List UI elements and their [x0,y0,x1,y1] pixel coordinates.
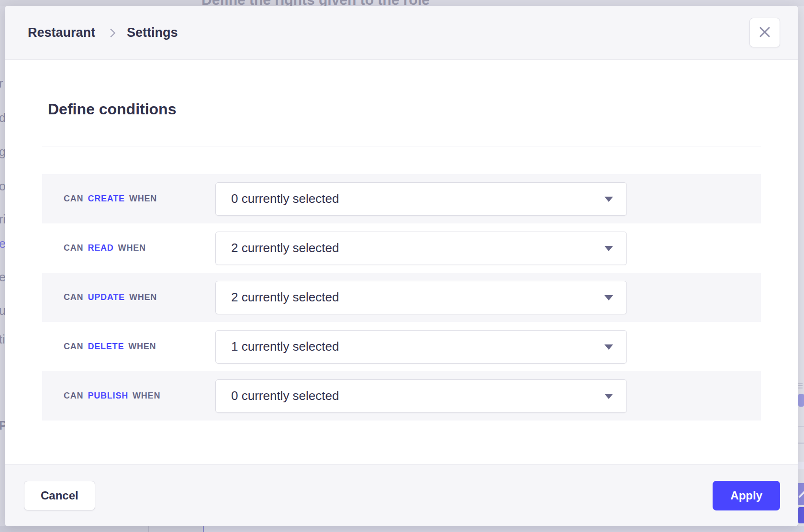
dialog-title: Define conditions [48,100,761,118]
background-text-fragment: o [0,179,5,193]
background-table-segment [149,526,203,532]
background-text-fragment: e [0,237,5,251]
chevron-right-icon [106,28,116,38]
modal-header: Restaurant Settings [5,6,798,60]
chevron-down-icon [604,344,613,350]
background-table-segment [0,526,148,532]
background-page-header: Define the rights given to the role [0,0,804,6]
background-text-fragment: d [0,111,5,125]
apply-button[interactable]: Apply [713,481,780,510]
condition-label: CAN PUBLISH WHEN [42,391,215,401]
condition-select-update[interactable]: 2 currently selected [215,281,627,314]
background-bottom-strip [0,526,804,532]
condition-select-publish[interactable]: 0 currently selected [215,379,627,413]
background-page-heading-text: Define the rights given to the role [201,0,430,6]
modal-footer: Cancel Apply [5,464,798,526]
pencil-icon [798,483,804,505]
background-divider-fragment [798,426,804,427]
background-text-fragment: er [0,270,5,284]
condition-label: CAN READ WHEN [42,243,215,253]
condition-row-delete: CAN DELETE WHEN 1 currently selected [42,322,761,371]
background-text-fragment: P [0,419,5,432]
chevron-down-icon [604,197,613,202]
background-divider-fragment [798,443,804,444]
condition-row-create: CAN CREATE WHEN 0 currently selected [42,174,761,223]
breadcrumb-root: Restaurant [28,25,95,40]
condition-select-delete[interactable]: 1 currently selected [215,330,627,364]
chevron-down-icon [604,295,613,300]
close-button[interactable] [749,18,780,47]
background-button-fragment [798,507,804,523]
condition-label: CAN DELETE WHEN [42,342,215,352]
condition-row-read: CAN READ WHEN 2 currently selected [42,223,761,273]
breadcrumb-current: Settings [127,25,178,40]
background-text-fragment: r [0,77,3,90]
background-left-sliver: rdgorieerutiP [0,6,5,526]
condition-row-update: CAN UPDATE WHEN 2 currently selected [42,273,761,322]
condition-row-publish: CAN PUBLISH WHEN 0 currently selected [42,371,761,421]
chevron-down-icon [604,246,613,251]
define-conditions-modal: Restaurant Settings Define conditions CA… [5,6,798,526]
modal-body: Define conditions CAN CREATE WHEN 0 curr… [5,60,798,464]
background-toggle-fragment [798,394,804,407]
background-text-lines [798,383,804,388]
condition-label: CAN CREATE WHEN [42,194,215,204]
background-text-fragment: ri [0,212,5,226]
chevron-down-icon [604,394,613,399]
cancel-button[interactable]: Cancel [24,481,95,510]
condition-select-create[interactable]: 0 currently selected [215,182,627,216]
background-card-fragment [798,462,804,469]
title-divider [42,146,761,146]
background-text-fragment: g [0,145,5,159]
background-table-segment [204,526,804,532]
condition-select-read[interactable]: 2 currently selected [215,232,627,265]
condition-label: CAN UPDATE WHEN [42,292,215,302]
close-icon [759,26,771,40]
background-text-fragment: ti [0,332,5,346]
background-text-fragment: u [0,304,5,318]
background-right-sliver [798,6,804,526]
conditions-list: CAN CREATE WHEN 0 currently selected CAN… [42,174,761,421]
breadcrumb: Restaurant Settings [28,25,178,40]
